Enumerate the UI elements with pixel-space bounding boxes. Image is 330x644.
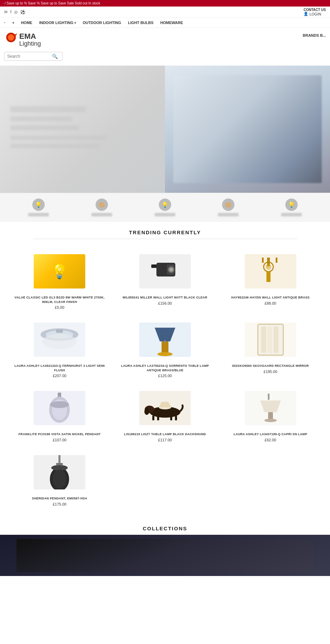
product-image-capri [240,387,301,429]
header-logo-area: EMA Lighting BRANDS B... [0,28,330,48]
product-card-capri[interactable]: LAURA ASHLEY LA3437199-Q CAPRI SN LAMP £… [218,383,323,447]
collections-banner[interactable] [0,535,330,576]
logo[interactable]: EMA Lighting [4,31,41,48]
product-card-sheridan[interactable]: SHERIDAN PENDANT, EM0587-HSA £175.00 [7,447,112,511]
svg-point-20 [157,352,173,356]
search-area: 🔍 [0,48,330,66]
search-icon[interactable]: 🔍 [52,54,58,59]
svg-rect-41 [268,412,273,420]
svg-rect-23 [261,327,266,353]
hero-banner [0,66,330,193]
svg-rect-39 [268,394,270,400]
login-link[interactable]: 👤 LOGIN [304,12,321,16]
hero-subline1 [10,116,72,121]
hero-subline2 [10,125,79,130]
product-title-franklite: FRANKLITE PCH198 VISTA SATIN NICKEL PEND… [19,432,101,437]
svg-rect-33 [152,416,154,420]
hero-desc2 [10,144,100,148]
product-grid: 💡 VALUE CLASSIC LED GL3 B22D 8W WARM WHI… [0,246,330,383]
product-image-franklite [29,387,90,429]
logo-graphic [4,31,18,48]
product-image-bulbs: 💡 [29,251,90,292]
category-icon-2: 🔆 [96,199,108,211]
product-card-sorrento[interactable]: LAURA ASHLEY LA3756234-Q SORRENTO TABLE … [112,314,218,383]
empty-cell-1 [112,447,218,511]
category-label-5 [281,213,302,216]
category-item-4[interactable]: 🔆 [218,199,239,216]
product-price-sheridan: £175.00 [53,502,66,506]
svg-rect-10 [266,272,271,282]
product-card-haydn[interactable]: HAY952246 HAYDN WALL LIGHT ANTIQUE BRASS… [218,246,323,314]
bullet-dot: · [4,20,6,25]
product-grid-row4: FRANKLITE PCH198 VISTA SATIN NICKEL PEND… [0,383,330,447]
svg-rect-34 [157,416,159,420]
category-label-3 [155,213,175,216]
nav-dropdown-trigger[interactable]: ▾ [12,21,14,25]
hero-image [165,66,330,193]
nav-item-indoor[interactable]: INDOOR LIGHTING ▾ [39,21,76,25]
product-image-sheridan [29,452,90,493]
chevron-down-icon: ▾ [12,21,14,25]
category-item-1[interactable]: 💡 [28,199,49,216]
product-card-miller[interactable]: MIL859241 MILLER WALL LIGHT MATT BLACK C… [112,246,218,314]
category-label-4 [218,213,239,216]
pinterest-icon[interactable]: ⚽ [20,10,25,14]
category-label-1 [28,213,49,216]
product-card-franklite[interactable]: FRANKLITE PCH198 VISTA SATIN NICKEL PEND… [7,383,112,447]
product-image-mirror [240,319,301,360]
svg-rect-16 [56,329,63,333]
product-price-mirror: £195.00 [264,370,277,374]
category-item-5[interactable]: 💡 [281,199,302,216]
announcement-bar: · / Save up to % Save % Save up to Save … [0,0,330,7]
logo-text: EMA Lighting [19,32,41,47]
product-price-miller: £156.00 [158,301,172,305]
chevron-down-icon: ▾ [74,21,76,25]
nav-item-home[interactable]: HOME [21,21,32,25]
top-bar: ✉ f ◎ ⚽ CONTACT US 👤 LOGIN [0,7,330,18]
nav-item-bulbs[interactable]: LIGHT BULBS [128,21,153,25]
instagram-icon[interactable]: ◎ [14,10,18,14]
product-card-fernhurst[interactable]: LAURA ASHLEY LA3621343-Q FERNHURST 3 LIG… [7,314,112,383]
product-title-sheridan: SHERIDAN PENDANT, EM0587-HSA [32,496,87,501]
svg-marker-18 [155,328,175,341]
email-icon[interactable]: ✉ [4,10,8,14]
category-label-2 [91,213,112,216]
brands-link[interactable]: BRANDS B... [303,31,326,37]
svg-rect-13 [276,258,277,263]
product-card-mirror[interactable]: 002SKO9060 SKOVGAARD RECTANGLE MIRROR £1… [218,314,323,383]
product-title-fernhurst: LAURA ASHLEY LA3621343-Q FERNHURST 3 LIG… [10,364,109,372]
search-input[interactable] [7,54,52,59]
category-icon-1: 💡 [32,199,45,211]
product-image-miller [134,251,196,292]
user-icon: 👤 [304,12,308,16]
svg-point-47 [53,470,66,489]
svg-rect-25 [274,327,278,353]
hero-headline [10,106,86,112]
category-item-2[interactable]: 🔆 [91,199,112,216]
nav-item-homeware[interactable]: HOMEWARE [160,21,183,25]
collections-image [16,539,314,572]
product-title-miller: MIL859241 MILLER WALL LIGHT MATT BLACK C… [123,295,207,300]
svg-rect-35 [170,416,172,420]
hero-img-blur [173,75,322,183]
collections-title: COLLECTIONS [0,518,330,535]
product-image-sorrento [134,319,196,360]
svg-point-7 [169,268,173,272]
product-title-bulbs: VALUE CLASSIC LED GL3 B22D 8W WARM WHITE… [10,295,109,304]
category-item-3[interactable]: 💡 [155,199,175,216]
product-title-mirror: 002SKO9060 SKOVGAARD RECTANGLE MIRROR [232,364,309,368]
facebook-icon[interactable]: f [10,10,11,14]
empty-cell-2 [218,447,323,511]
product-card-bulbs[interactable]: 💡 VALUE CLASSIC LED GL3 B22D 8W WARM WHI… [7,246,112,314]
category-icon-5: 💡 [285,199,298,211]
product-title-capri: LAURA ASHLEY LA3437199-Q CAPRI SN LAMP [234,432,307,437]
nav-item-outdoor[interactable]: OUTDOOR LIGHTING [83,21,121,25]
category-icon-3: 💡 [159,199,171,211]
product-title-haydn: HAY952246 HAYDN WALL LIGHT ANTIQUE BRASS [231,295,310,300]
section-divider [33,239,297,239]
product-card-dachshund[interactable]: LIS188219 LISZT TABLE LAMP BLACK DACHSHU… [112,383,218,447]
svg-rect-12 [262,258,264,263]
product-image-fernhurst [29,319,90,360]
collections-section: COLLECTIONS [0,518,330,576]
svg-rect-19 [162,341,168,353]
